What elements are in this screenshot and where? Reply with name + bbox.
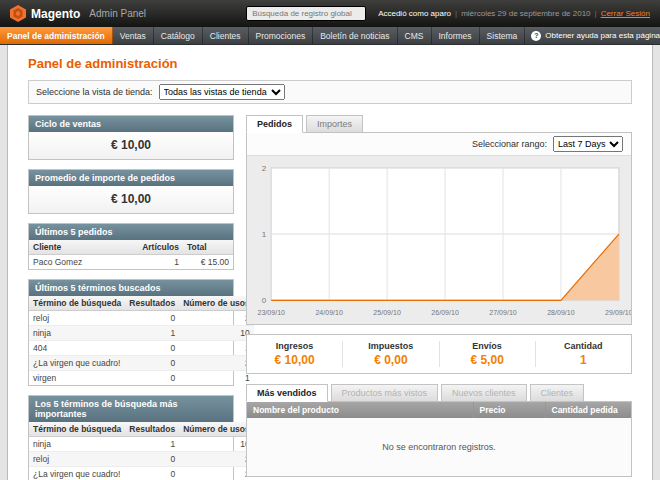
svg-text:24/09/10: 24/09/10 <box>315 309 343 316</box>
column-header: Término de búsqueda <box>29 296 125 311</box>
panel-title: Últimos 5 pedidos <box>29 224 233 240</box>
stat-value: € 5,00 <box>440 353 535 367</box>
header-user-area: Accedió como aparo | miércoles 29 de sep… <box>378 9 650 18</box>
range-label: Seleccionar rango: <box>472 139 547 149</box>
column-header: Precio <box>473 402 545 418</box>
svg-text:26/09/10: 26/09/10 <box>431 309 459 316</box>
nav-item-cms[interactable]: CMS <box>398 27 432 44</box>
top-header: Magento Admin Panel Accedió como aparo |… <box>0 0 660 27</box>
uses-cell: 2 <box>179 467 254 480</box>
range-select[interactable]: Last 7 Days <box>553 136 623 152</box>
last-orders-panel: Últimos 5 pedidos Cliente Artículos Tota… <box>28 223 234 270</box>
stat-value: € 10,00 <box>247 353 342 367</box>
stat-label: Impuestos <box>343 341 438 351</box>
column-header: Número de usos <box>179 422 254 437</box>
nav-item-sales[interactable]: Ventas <box>113 27 154 44</box>
table-row[interactable]: virgen 0 1 <box>29 371 254 386</box>
table-row[interactable]: Paco Gomez 1 € 15.00 <box>29 255 233 270</box>
results-cell: 0 <box>125 371 179 386</box>
help-link[interactable]: ? Obtener ayuda para esta página <box>525 27 660 44</box>
table-row[interactable]: 404 0 1 <box>29 341 254 356</box>
stat-value: € 0,00 <box>343 353 438 367</box>
term-cell: reloj <box>29 311 125 326</box>
uses-cell: 2 <box>179 452 254 467</box>
table-row[interactable]: reloj 0 2 <box>29 311 254 326</box>
nav-item-promotions[interactable]: Promociones <box>249 27 314 44</box>
store-view-select[interactable]: Todas las vistas de tienda <box>159 84 285 100</box>
results-cell: 0 <box>125 467 179 480</box>
bestsellers-table: Nombre del producto Precio Cantidad pedi… <box>247 402 631 476</box>
top-search-terms-panel: Los 5 términos de búsqueda más important… <box>28 395 234 480</box>
column-header: Cliente <box>29 240 138 255</box>
help-icon: ? <box>531 31 541 41</box>
logout-link[interactable]: Cerrar Sesión <box>601 9 650 18</box>
store-view-switcher: Seleccione la vista de tienda: Todas las… <box>28 80 632 104</box>
tab-pedidos[interactable]: Pedidos <box>246 115 303 133</box>
nav-item-catalog[interactable]: Catálogo <box>154 27 203 44</box>
tab-importes[interactable]: Importes <box>306 115 363 133</box>
nav-item-customers[interactable]: Clientes <box>203 27 249 44</box>
svg-text:23/09/10: 23/09/10 <box>258 309 286 316</box>
table-row[interactable]: ninja 1 10 <box>29 437 254 452</box>
magento-logo-icon <box>10 5 26 22</box>
tab-clientes[interactable]: Clientes <box>530 384 585 402</box>
column-header: Artículos <box>138 240 183 255</box>
lifetime-sales-value: € 10,00 <box>29 132 233 159</box>
table-row[interactable]: ninja 1 10 <box>29 326 254 341</box>
nav-item-system[interactable]: Sistema <box>480 27 526 44</box>
column-header: Resultados <box>125 296 179 311</box>
term-cell: 404 <box>29 341 125 356</box>
stat-envios: Envíos € 5,00 <box>439 341 535 367</box>
stat-ingresos: Ingresos € 10,00 <box>247 341 342 367</box>
tab-mas-vendidos[interactable]: Más vendidos <box>246 384 328 402</box>
svg-text:27/09/10: 27/09/10 <box>489 309 517 316</box>
stat-cantidad: Cantidad 1 <box>535 341 631 367</box>
stat-impuestos: Impuestos € 0,00 <box>342 341 438 367</box>
content-wrap: Panel de administración Seleccione la vi… <box>0 45 660 480</box>
average-orders-panel: Promedio de importe de pedidos € 10,00 <box>28 169 234 214</box>
header-date: miércoles 29 de septiembre de 2010 <box>461 9 590 18</box>
content: Panel de administración Seleccione la vi… <box>7 45 653 480</box>
last-search-terms-table: Término de búsqueda Resultados Número de… <box>29 296 254 385</box>
results-cell: 0 <box>125 311 179 326</box>
column-header: Número de usos <box>179 296 254 311</box>
store-view-label: Seleccione la vista de tienda: <box>36 87 153 97</box>
term-cell: ninja <box>29 326 125 341</box>
last-search-terms-panel: Últimos 5 términos buscados Término de b… <box>28 279 234 386</box>
dashboard-right-column: Pedidos Importes Seleccionar rango: Last… <box>246 115 632 477</box>
tab-productos-mas-vistos[interactable]: Productos más vistos <box>331 384 439 402</box>
logo-text: Magento <box>31 7 80 21</box>
nav-item-dashboard[interactable]: Panel de administración <box>0 27 113 44</box>
column-header: Nombre del producto <box>247 402 473 418</box>
term-cell: virgen <box>29 371 125 386</box>
items-cell: 1 <box>138 255 183 270</box>
table-row[interactable]: ¿La virgen que cuadro! 0 2 <box>29 356 254 371</box>
orders-chart-panel: Seleccionar rango: Last 7 Days 01223/09/… <box>246 132 632 325</box>
average-orders-value: € 10,00 <box>29 186 233 213</box>
nav-item-newsletter[interactable]: Boletín de noticias <box>313 27 397 44</box>
svg-text:1: 1 <box>262 230 267 239</box>
logged-in-as: Accedió como aparo <box>378 9 451 18</box>
main-nav: Panel de administración Ventas Catálogo … <box>0 27 660 45</box>
totals-panel: Ingresos € 10,00 Impuestos € 0,00 Envíos… <box>246 334 632 374</box>
results-cell: 0 <box>125 356 179 371</box>
svg-text:2: 2 <box>262 164 267 173</box>
tab-nuevos-clientes[interactable]: Nuevos clientes <box>441 384 527 402</box>
page-title: Panel de administración <box>28 56 632 71</box>
results-cell: 0 <box>125 452 179 467</box>
table-row[interactable]: reloj 0 2 <box>29 452 254 467</box>
uses-cell: 10 <box>179 437 254 452</box>
global-search-input[interactable] <box>246 6 366 21</box>
stat-label: Envíos <box>440 341 535 351</box>
svg-text:25/09/10: 25/09/10 <box>373 309 401 316</box>
nav-item-reports[interactable]: Informes <box>432 27 480 44</box>
magento-logo[interactable]: Magento Admin Panel <box>10 5 146 22</box>
grid-tabs: Más vendidos Productos más vistos Nuevos… <box>246 384 632 402</box>
help-link-label: Obtener ayuda para esta página <box>545 31 660 40</box>
column-header: Resultados <box>125 422 179 437</box>
table-row[interactable]: ¿La virgen que cuadro! 0 2 <box>29 467 254 480</box>
stat-value: 1 <box>536 353 631 367</box>
bestsellers-grid-panel: Nombre del producto Precio Cantidad pedi… <box>246 401 632 477</box>
results-cell: 1 <box>125 437 179 452</box>
stat-label: Ingresos <box>247 341 342 351</box>
